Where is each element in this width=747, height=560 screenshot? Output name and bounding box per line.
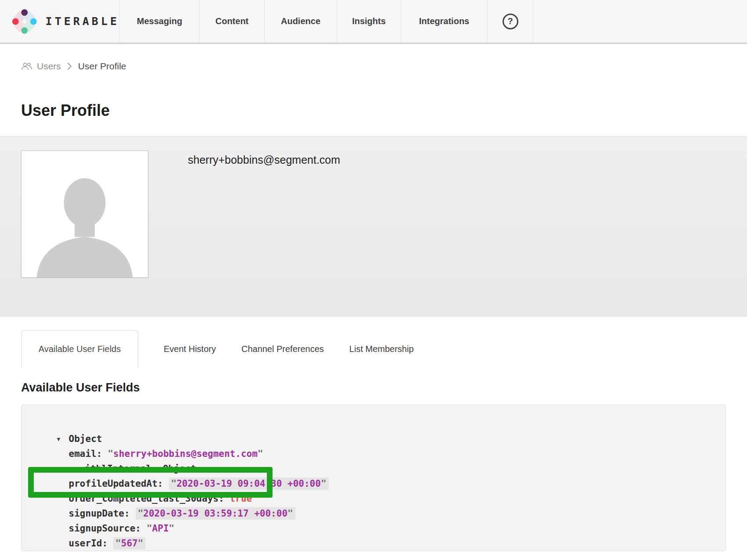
brand[interactable]: ITERABLE <box>0 0 119 43</box>
field-key: signupDate: <box>69 508 130 519</box>
avatar-silhouette-icon <box>22 151 148 277</box>
nav-item-messaging[interactable]: Messaging <box>119 0 199 43</box>
field-value: "API" <box>147 523 174 534</box>
field-value: "2020-03-19 09:04:30 +00:00" <box>169 477 329 490</box>
tab-event-history[interactable]: Event History <box>164 330 216 368</box>
tab-channel-preferences[interactable]: Channel Preferences <box>241 330 324 368</box>
breadcrumb: Users User Profile <box>21 60 747 73</box>
object-label: Object <box>69 434 102 444</box>
tab-bar: Available User Fields Event History Chan… <box>21 330 747 368</box>
iterable-logo-icon <box>11 8 38 35</box>
object-viewer: ▼Object email:"sherry+bobbins@segment.co… <box>21 405 726 551</box>
help-cell: ? <box>487 0 533 43</box>
brand-wordmark: ITERABLE <box>46 15 119 28</box>
breadcrumb-users-label: Users <box>37 61 61 72</box>
field-value: "2020-03-19 03:59:17 +00:00" <box>136 507 295 520</box>
help-icon[interactable]: ? <box>503 14 518 29</box>
nav-spacer <box>533 0 747 43</box>
field-value: Object <box>163 463 196 474</box>
field-key: itblInternal: <box>85 463 157 474</box>
field-row-email: email:"sherry+bobbins@segment.com" <box>22 431 725 446</box>
field-key: userId: <box>69 538 108 549</box>
avatar <box>21 151 148 278</box>
expand-toggle-icon[interactable]: ► <box>72 462 85 477</box>
field-value: "567" <box>113 537 145 549</box>
collapse-toggle-icon[interactable]: ▼ <box>57 432 69 447</box>
field-key: email: <box>69 449 102 459</box>
breadcrumb-users-link[interactable]: Users <box>21 61 61 72</box>
field-value: true <box>230 493 252 504</box>
breadcrumb-chevron-icon <box>67 62 72 70</box>
field-row-root: ▼Object <box>22 416 725 431</box>
top-nav: ITERABLE Messaging Content Audience Insi… <box>0 0 747 44</box>
tab-list-membership[interactable]: List Membership <box>349 330 414 368</box>
profile-banner: sherry+bobbins@segment.com <box>0 136 747 317</box>
users-icon <box>21 62 32 71</box>
field-key: order_completed_last_30days: <box>69 493 224 504</box>
tab-available-user-fields[interactable]: Available User Fields <box>21 330 138 368</box>
field-key: profileUpdatedAt: <box>69 478 163 489</box>
nav-item-integrations[interactable]: Integrations <box>401 0 487 43</box>
field-key: signupSource: <box>69 523 141 534</box>
profile-email: sherry+bobbins@segment.com <box>188 152 340 167</box>
nav-item-audience[interactable]: Audience <box>264 0 337 43</box>
page-title: User Profile <box>21 100 747 121</box>
nav-item-content[interactable]: Content <box>199 0 264 43</box>
breadcrumb-current: User Profile <box>78 61 126 72</box>
section-heading: Available User Fields <box>21 381 747 397</box>
nav-item-insights[interactable]: Insights <box>337 0 401 43</box>
field-value: "sherry+bobbins@segment.com" <box>108 449 263 459</box>
